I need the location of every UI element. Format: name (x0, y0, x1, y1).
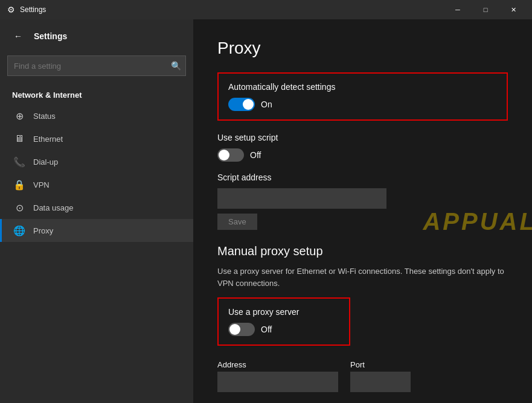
address-port-row: Address Port (217, 360, 508, 392)
use-proxy-label: Use a proxy server (228, 307, 339, 317)
close-button[interactable]: ✕ (499, 0, 527, 19)
search-input[interactable] (7, 56, 186, 76)
use-proxy-toggle-label: Off (261, 325, 272, 334)
use-proxy-toggle-row: Off (228, 323, 339, 336)
ethernet-icon: 🖥 (14, 133, 25, 144)
sidebar-item-ethernet[interactable]: 🖥 Ethernet (0, 127, 193, 150)
vpn-icon: 🔒 (14, 179, 25, 190)
setup-script-toggle-label: Off (250, 150, 261, 160)
auto-detect-toggle-label: On (261, 100, 272, 109)
use-proxy-track[interactable] (228, 323, 255, 336)
port-label: Port (350, 360, 411, 369)
sidebar-item-label-vpn: VPN (33, 180, 50, 189)
manual-proxy-desc: Use a proxy server for Ethernet or Wi-Fi… (217, 265, 508, 289)
address-label: Address (217, 360, 338, 369)
manual-proxy-title: Manual proxy setup (217, 244, 508, 258)
use-proxy-thumb (229, 324, 240, 335)
auto-detect-toggle-row: On (228, 98, 497, 111)
datausage-icon: ⊙ (14, 202, 25, 213)
title-bar-left: ⚙ Settings (7, 5, 46, 14)
sidebar: ← Settings 🔍 Network & Internet ⊕ Status… (0, 19, 193, 403)
setup-script-track[interactable] (217, 148, 244, 162)
setup-script-thumb (219, 150, 229, 160)
main-container: ← Settings 🔍 Network & Internet ⊕ Status… (0, 19, 532, 403)
sidebar-item-label-proxy: Proxy (33, 226, 53, 235)
content-area: APPUALS Proxy Automatically detect setti… (193, 19, 532, 403)
proxy-icon: 🌐 (14, 225, 25, 236)
setup-script-row: Use setup script Off (217, 133, 508, 162)
dialup-icon: 📞 (14, 156, 25, 167)
address-field-group: Address (217, 360, 338, 392)
auto-detect-box: Automatically detect settings On (217, 72, 508, 121)
title-bar-title: Settings (20, 5, 46, 14)
setup-script-label: Use setup script (217, 133, 508, 142)
address-input[interactable] (217, 372, 338, 392)
port-field-group: Port (350, 360, 411, 392)
script-address-row: Script address Save (217, 173, 508, 230)
sidebar-item-status[interactable]: ⊕ Status (0, 104, 193, 127)
minimize-button[interactable]: ─ (444, 0, 472, 19)
script-address-label: Script address (217, 173, 508, 182)
use-proxy-toggle[interactable] (228, 323, 255, 336)
use-proxy-box: Use a proxy server Off (217, 297, 350, 346)
sidebar-item-label-ethernet: Ethernet (33, 135, 63, 144)
sidebar-item-label-dialup: Dial-up (33, 157, 58, 167)
title-bar: ⚙ Settings ─ □ ✕ (0, 0, 532, 19)
auto-detect-label: Automatically detect settings (228, 82, 497, 92)
status-icon: ⊕ (14, 110, 25, 121)
port-input[interactable] (350, 372, 411, 392)
nav-category-label: Network & Internet (0, 86, 193, 104)
sidebar-item-datausage[interactable]: ⊙ Data usage (0, 196, 193, 219)
sidebar-item-label-datausage: Data usage (33, 203, 74, 212)
sidebar-item-vpn[interactable]: 🔒 VPN (0, 173, 193, 196)
maximize-button[interactable]: □ (472, 0, 499, 19)
save-button[interactable]: Save (217, 214, 257, 230)
sidebar-header: ← Settings (0, 19, 193, 53)
auto-detect-toggle[interactable] (228, 98, 255, 111)
sidebar-item-dialup[interactable]: 📞 Dial-up (0, 150, 193, 173)
setup-script-toggle[interactable] (217, 148, 244, 162)
settings-gear-icon: ⚙ (7, 5, 15, 14)
title-bar-controls: ─ □ ✕ (444, 0, 527, 19)
search-box-container: 🔍 (7, 56, 186, 76)
sidebar-app-title: Settings (34, 31, 67, 41)
sidebar-item-proxy[interactable]: 🌐 Proxy (0, 219, 193, 242)
page-title: Proxy (217, 39, 508, 58)
auto-detect-thumb (243, 99, 254, 110)
back-button[interactable]: ← (10, 28, 27, 45)
script-address-input[interactable] (217, 188, 386, 209)
setup-script-toggle-row: Off (217, 148, 508, 162)
sidebar-item-label-status: Status (33, 112, 56, 121)
search-icon: 🔍 (171, 61, 181, 71)
auto-detect-track[interactable] (228, 98, 255, 111)
